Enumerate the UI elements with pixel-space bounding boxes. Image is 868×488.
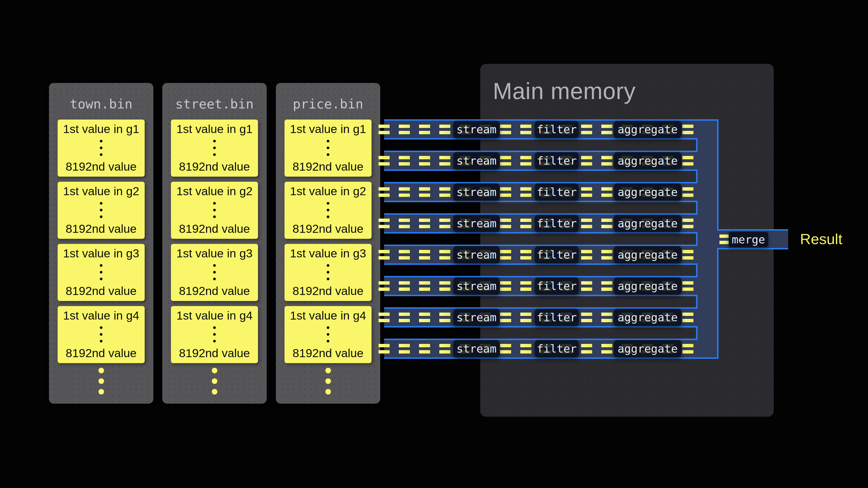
stage-box-aggregate: aggregate bbox=[614, 246, 681, 263]
data-stream-dash-icon bbox=[500, 344, 511, 354]
ellipsis-dot bbox=[100, 140, 102, 142]
data-stream-dash-icon bbox=[500, 313, 511, 322]
ellipsis-dot bbox=[100, 209, 102, 212]
data-stream-dash-icon bbox=[378, 313, 390, 322]
pipeline-row: streamfilteraggregate bbox=[384, 213, 717, 233]
stage-box-stream: stream bbox=[453, 152, 500, 169]
data-stream-dash-icon bbox=[581, 219, 592, 228]
data-stream-dash-icon bbox=[682, 156, 693, 166]
ellipsis-dot bbox=[327, 209, 329, 212]
ellipsis-dot bbox=[98, 378, 104, 384]
ellipsis-dot bbox=[327, 153, 329, 156]
pipeline-row: streamfilteraggregate bbox=[384, 245, 717, 265]
ellipsis-dot bbox=[100, 216, 102, 218]
stage-box-filter: filter bbox=[535, 340, 579, 357]
data-stream-dash-icon bbox=[601, 125, 613, 134]
data-stream-dash-icon bbox=[399, 187, 410, 197]
ellipsis-dot bbox=[98, 368, 104, 373]
data-stream-dash-icon bbox=[378, 156, 390, 166]
data-stream-dash-icon bbox=[419, 219, 430, 228]
vertical-ellipsis bbox=[100, 264, 102, 280]
file-column-street.bin: street.bin1st value in g18192nd value1st… bbox=[162, 83, 267, 404]
ellipsis-dot bbox=[212, 378, 217, 384]
pipeline-row: streamfilteraggregate bbox=[384, 119, 717, 139]
vertical-ellipsis bbox=[327, 326, 329, 343]
data-stream-dash-icon bbox=[520, 313, 531, 322]
block-first-value-label: 1st value in g2 bbox=[290, 185, 366, 197]
file-column-header: town.bin bbox=[49, 96, 153, 111]
ellipsis-dot bbox=[327, 333, 329, 336]
data-stream-dash-icon bbox=[520, 344, 531, 354]
data-stream-dash-icon bbox=[601, 156, 613, 166]
ellipsis-dot bbox=[100, 340, 102, 343]
value-block: 1st value in g48192nd value bbox=[284, 306, 372, 363]
block-first-value-label: 1st value in g4 bbox=[63, 310, 140, 322]
vertical-ellipsis bbox=[100, 140, 102, 156]
ellipsis-dot bbox=[213, 278, 216, 280]
pipeline-row: streamfilteraggregate bbox=[384, 182, 717, 202]
data-stream-dash-icon bbox=[439, 281, 451, 291]
stage-box-aggregate: aggregate bbox=[614, 184, 681, 201]
data-stream-dash-icon bbox=[581, 281, 592, 291]
block-last-value-label: 8192nd value bbox=[179, 285, 250, 297]
ellipsis-dot bbox=[100, 326, 102, 329]
block-last-value-label: 8192nd value bbox=[179, 161, 250, 173]
pipeline-row: streamfilteraggregate bbox=[384, 151, 717, 171]
ellipsis-dot bbox=[100, 147, 102, 149]
block-last-value-label: 8192nd value bbox=[179, 223, 250, 235]
block-last-value-label: 8192nd value bbox=[292, 223, 363, 235]
data-stream-dash-icon bbox=[439, 125, 451, 134]
data-stream-dash-icon bbox=[378, 125, 390, 134]
vertical-ellipsis bbox=[100, 202, 102, 218]
stage-box-stream: stream bbox=[453, 278, 500, 295]
ellipsis-dot bbox=[212, 389, 217, 394]
data-stream-dash-icon bbox=[378, 344, 390, 354]
value-block: 1st value in g28192nd value bbox=[171, 182, 258, 239]
ellipsis-dot bbox=[325, 389, 331, 394]
stage-box-aggregate: aggregate bbox=[614, 152, 681, 169]
block-last-value-label: 8192nd value bbox=[292, 161, 363, 173]
block-last-value-label: 8192nd value bbox=[292, 285, 363, 297]
file-column-price.bin: price.bin1st value in g18192nd value1st … bbox=[276, 83, 380, 404]
block-last-value-label: 8192nd value bbox=[66, 161, 136, 173]
value-block: 1st value in g38192nd value bbox=[284, 244, 372, 301]
data-stream-dash-icon bbox=[399, 125, 410, 134]
data-stream-dash-icon bbox=[601, 281, 613, 291]
stage-box-filter: filter bbox=[535, 152, 579, 169]
block-last-value-label: 8192nd value bbox=[179, 347, 250, 359]
ellipsis-dot bbox=[327, 202, 329, 205]
pipeline-row: streamfilteraggregate bbox=[384, 276, 717, 296]
merge-stage-label: merge bbox=[732, 233, 765, 246]
data-stream-dash-icon bbox=[601, 313, 613, 322]
data-stream-dash-icon bbox=[399, 250, 410, 260]
ellipsis-dot bbox=[100, 333, 102, 336]
ellipsis-dot bbox=[100, 264, 102, 267]
data-stream-dash-icon bbox=[378, 250, 390, 260]
ellipsis-dot bbox=[327, 271, 329, 273]
data-stream-dash-icon bbox=[520, 281, 531, 291]
stage-box-stream: stream bbox=[453, 121, 500, 138]
value-block: 1st value in g28192nd value bbox=[58, 182, 145, 239]
stage-box-filter: filter bbox=[535, 309, 579, 326]
ellipsis-dot bbox=[327, 264, 329, 267]
stage-box-aggregate: aggregate bbox=[614, 215, 681, 232]
data-stream-dash-icon bbox=[520, 156, 531, 166]
data-stream-dash-icon bbox=[520, 187, 531, 197]
data-stream-dash-icon bbox=[682, 250, 693, 260]
file-column-town.bin: town.bin1st value in g18192nd value1st v… bbox=[49, 83, 153, 404]
block-last-value-label: 8192nd value bbox=[66, 223, 136, 235]
data-stream-dash-icon bbox=[500, 125, 511, 134]
data-stream-dash-icon bbox=[399, 281, 410, 291]
more-groups-ellipsis bbox=[212, 368, 217, 394]
stage-box-filter: filter bbox=[535, 215, 579, 232]
data-stream-dash-icon bbox=[520, 219, 531, 228]
stage-box-aggregate: aggregate bbox=[614, 121, 681, 138]
data-stream-dash-icon bbox=[399, 219, 410, 228]
data-stream-dash-icon bbox=[378, 281, 390, 291]
ellipsis-dot bbox=[213, 202, 216, 205]
collector-right-edge bbox=[717, 250, 718, 359]
block-first-value-label: 1st value in g3 bbox=[177, 247, 253, 260]
block-first-value-label: 1st value in g3 bbox=[63, 247, 140, 260]
more-groups-ellipsis bbox=[325, 368, 331, 394]
ellipsis-dot bbox=[100, 153, 102, 156]
